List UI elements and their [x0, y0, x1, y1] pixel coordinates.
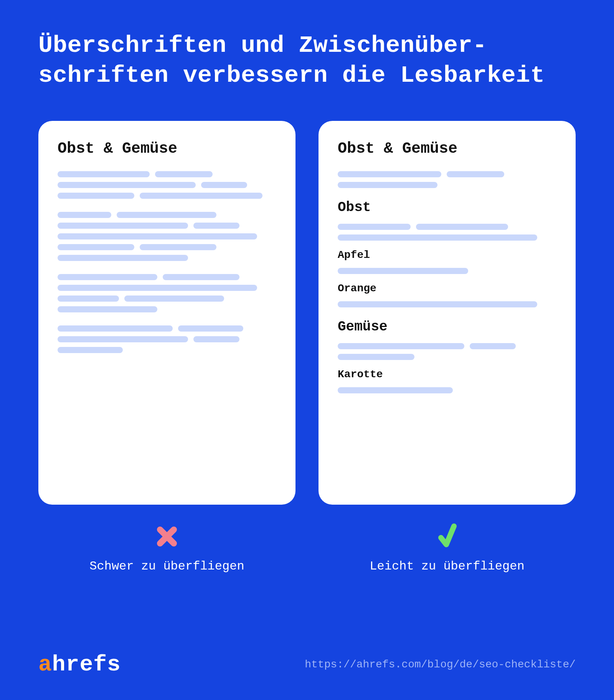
bad-caption: Schwer zu überfliegen [89, 559, 244, 573]
bad-example-column: Obst & Gemüse [38, 121, 295, 573]
heading-level-3: Orange [338, 282, 556, 294]
good-caption: Leicht zu überfliegen [370, 559, 524, 573]
headline: Überschriften und Zwischenüber-schriften… [38, 31, 576, 90]
good-example-card: Obst & Gemüse Obst Apfel Orange [319, 121, 576, 505]
placeholder-paragraph [58, 171, 276, 199]
bad-example-card: Obst & Gemüse [38, 121, 295, 505]
placeholder-paragraph [338, 343, 556, 360]
placeholder-paragraph [58, 212, 276, 261]
heading-level-2: Gemüse [338, 319, 556, 335]
heading-level-2: Obst [338, 200, 556, 215]
comparison-cards: Obst & Gemüse [38, 121, 576, 573]
infographic: Überschriften und Zwischenüber-schriften… [0, 0, 614, 573]
good-example-column: Obst & Gemüse Obst Apfel Orange [319, 121, 576, 573]
placeholder-paragraph [58, 274, 276, 312]
footer: ahrefs https://ahrefs.com/blog/de/seo-ch… [38, 652, 576, 677]
heading-level-3: Apfel [338, 249, 556, 261]
cross-icon [155, 523, 179, 550]
placeholder-paragraph [338, 171, 556, 188]
ahrefs-logo: ahrefs [38, 652, 121, 677]
logo-rest: hrefs [52, 652, 121, 677]
placeholder-paragraph [338, 301, 556, 307]
placeholder-paragraph [338, 268, 556, 274]
bad-card-title: Obst & Gemüse [58, 140, 276, 157]
check-icon [435, 523, 459, 550]
placeholder-paragraph [338, 387, 556, 393]
placeholder-paragraph [338, 224, 556, 241]
logo-letter-a: a [38, 652, 52, 677]
heading-level-3: Karotte [338, 368, 556, 380]
good-card-title: Obst & Gemüse [338, 140, 556, 157]
source-url: https://ahrefs.com/blog/de/seo-checklist… [305, 659, 576, 670]
placeholder-paragraph [58, 325, 276, 353]
